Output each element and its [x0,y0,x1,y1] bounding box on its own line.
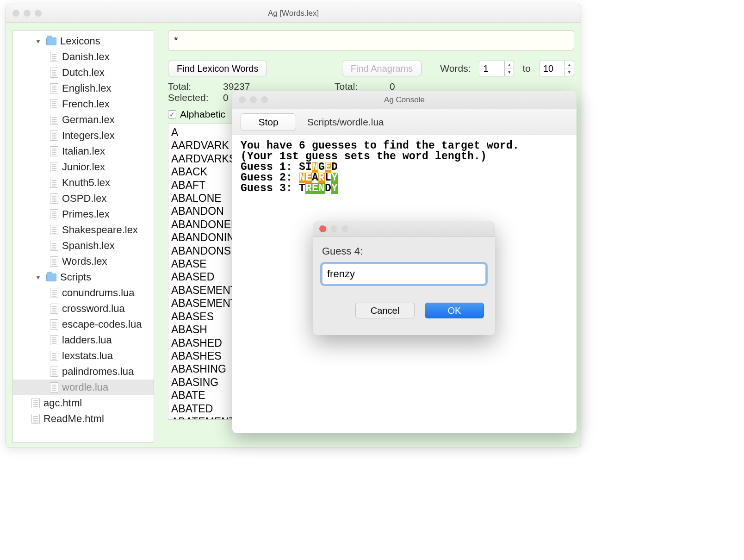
words-label: Words: [440,63,471,74]
tree-item[interactable]: Primes.lex [13,206,154,222]
tree-item[interactable]: Italian.lex [13,143,154,159]
to-label: to [522,63,531,74]
wordle-tile: D [325,183,331,194]
chevron-down-icon[interactable]: ▼ [565,69,574,76]
tree-item[interactable]: palindromes.lua [13,364,154,380]
chevron-up-icon[interactable]: ▲ [505,61,514,69]
file-icon [50,351,58,361]
stop-button[interactable]: Stop [241,113,296,131]
dialog-titlebar [313,221,495,237]
tree-item-label: OSPD.lex [62,193,107,205]
tree-item-label: Italian.lex [62,145,105,157]
wordle-tile: D [331,162,338,173]
tree-item-label: Integers.lex [62,130,115,142]
ok-button[interactable]: OK [425,303,484,318]
wordle-tile: N [299,173,305,183]
tree-item[interactable]: German.lex [13,112,154,128]
file-icon [50,209,58,219]
file-icon [50,241,58,251]
words-max-stepper[interactable]: ▲▼ [565,61,574,76]
tree-item[interactable]: Words.lex [13,254,154,269]
tree-item[interactable]: Knuth5.lex [13,175,154,191]
tree-item[interactable]: escape-codes.lua [13,317,154,332]
dialog-prompt: Guess 4: [322,245,486,257]
minimize-icon[interactable] [24,10,31,17]
file-icon [50,115,58,125]
tree-folder[interactable]: ▼Scripts [13,269,154,285]
find-lexicon-button[interactable]: Find Lexicon Words [168,61,267,76]
tree-item-label: Knuth5.lex [62,177,110,189]
guess-input[interactable] [322,264,486,284]
tree-item[interactable]: ReadMe.html [13,411,154,427]
find-anagrams-button[interactable]: Find Anagrams [342,61,422,76]
minimize-icon [330,225,337,232]
folder-icon [46,274,56,281]
tree-item[interactable]: Junior.lex [13,159,154,175]
alphabetical-checkbox[interactable]: ✓ [168,110,176,118]
console-toolbar: Stop Scripts/wordle.lua [232,109,577,135]
minimize-icon[interactable] [250,96,257,103]
close-icon[interactable] [239,96,246,103]
tree-item[interactable]: Dutch.lex [13,65,154,81]
tree-item[interactable]: Integers.lex [13,128,154,143]
tree-item[interactable]: conundrums.lua [13,285,154,301]
tree-item[interactable]: English.lex [13,81,154,96]
wordle-tile: Y [331,173,338,183]
script-path: Scripts/wordle.lua [307,117,384,128]
file-icon [31,414,40,424]
file-icon [50,146,58,156]
selected-label: Selected: [168,92,212,103]
chevron-down-icon[interactable]: ▼ [35,274,43,281]
tree-item-label: escape-codes.lua [62,318,142,330]
zoom-icon[interactable] [261,96,268,103]
file-icon [50,99,58,109]
file-icon [50,52,58,62]
tree-item-label: crossword.lua [62,303,125,315]
words-min-stepper[interactable]: ▲▼ [505,61,514,76]
console-traffic [239,96,268,103]
alphabetical-label: Alphabetic [180,109,225,120]
close-icon[interactable] [12,10,19,17]
wordle-tile: N [318,183,325,194]
wordle-tile: E [312,183,318,194]
tree-item[interactable]: Spanish.lex [13,238,154,254]
console-title: Ag Console [232,95,577,105]
tree-item[interactable]: ladders.lua [13,332,154,348]
tree-folder[interactable]: ▼Lexicons [13,33,154,49]
chevron-up-icon[interactable]: ▲ [565,61,574,69]
file-icon [50,367,58,377]
close-icon[interactable] [319,225,326,232]
wordle-tile: A [312,173,318,183]
guess-dialog: Guess 4: Cancel OK [313,221,495,335]
cancel-button[interactable]: Cancel [355,303,415,318]
sidebar-tree[interactable]: ▼LexiconsDanish.lexDutch.lexEnglish.lexF… [12,30,154,443]
tree-item[interactable]: French.lex [13,96,154,112]
tree-item[interactable]: agc.html [13,395,154,411]
tree-item[interactable]: crossword.lua [13,301,154,317]
tree-item[interactable]: Shakespeare.lex [13,222,154,238]
file-icon [50,304,58,314]
chevron-down-icon[interactable]: ▼ [35,38,43,45]
zoom-icon [341,225,348,232]
wordle-tile: R [305,183,312,194]
search-input[interactable] [168,30,574,50]
tree-item-label: Dutch.lex [62,67,105,79]
tree-folder-label: Scripts [60,271,91,283]
tree-item-label: conundrums.lua [62,287,135,299]
tree-item-label: ReadMe.html [43,413,104,425]
file-icon [50,225,58,235]
words-max-input[interactable] [539,61,565,76]
words-min-input[interactable] [479,61,505,76]
tree-item[interactable]: Danish.lex [13,49,154,65]
tree-item-label: Primes.lex [62,208,110,220]
chevron-down-icon[interactable]: ▼ [505,69,514,76]
selected-value: 0 [223,92,229,103]
tree-item[interactable]: OSPD.lex [13,191,154,206]
traffic-lights [12,10,42,17]
window-title: Ag [Words.lex] [6,9,581,18]
tree-item[interactable]: wordle.lua [13,380,154,395]
wordle-tile: E [325,162,331,173]
zoom-icon[interactable] [35,10,42,17]
wordle-tile: G [318,162,325,173]
tree-item[interactable]: lexstats.lua [13,348,154,364]
